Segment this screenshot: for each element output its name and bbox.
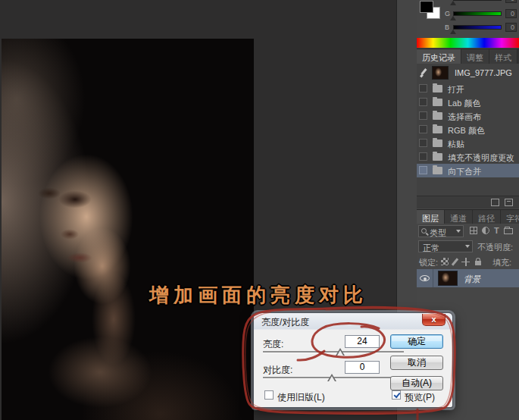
photoshop-window: 增加画面的亮度对比 0 G 0 B 0 <box>0 0 519 420</box>
layer-filter-dropdown[interactable]: 类型 <box>418 225 464 237</box>
contrast-label: 对比度: <box>263 364 292 377</box>
blue-slider[interactable] <box>453 25 502 30</box>
history-step-row[interactable]: 向下合并 <box>417 164 519 177</box>
history-source-well[interactable] <box>419 125 427 133</box>
cancel-button[interactable]: 取消 <box>390 356 443 370</box>
history-step-icon <box>433 153 442 161</box>
contrast-slider-thumb[interactable] <box>327 374 336 381</box>
green-label: G <box>445 10 450 17</box>
history-step-label: 向下合并 <box>448 166 481 177</box>
brightness-slider[interactable] <box>263 351 404 353</box>
foreground-color-swatch[interactable] <box>420 1 433 13</box>
lock-position-icon[interactable] <box>461 258 470 266</box>
ok-button[interactable]: 确定 <box>390 334 443 349</box>
brightness-slider-thumb[interactable] <box>336 348 345 356</box>
history-step-label: RGB 颜色 <box>448 125 485 136</box>
history-step-icon <box>433 126 442 133</box>
lock-row: 锁定: 填充: <box>417 255 519 268</box>
history-list: 打开 Lab 颜色 选择画布 <box>417 82 519 177</box>
contrast-input[interactable]: 0 <box>345 361 380 374</box>
history-source-well[interactable] <box>419 166 427 174</box>
background-layer-row[interactable]: 背景 <box>417 269 519 287</box>
history-step-row[interactable]: 打开 <box>417 82 519 96</box>
lock-pixels-icon[interactable] <box>452 258 458 265</box>
preview-label: 预览(P) <box>405 391 435 404</box>
history-step-row[interactable]: Lab 颜色 <box>417 96 519 109</box>
use-legacy-checkbox[interactable] <box>264 390 274 400</box>
history-step-row[interactable]: RGB 颜色 <box>417 123 519 136</box>
blend-mode-dropdown[interactable]: 正常 <box>418 240 473 252</box>
history-tabbar: 历史记录 调整 样式 <box>417 49 519 64</box>
brightness-contrast-dialog: 亮度/对比度 x 亮度: 24 对比度: 0 使用旧版(L) 确定 取消 自动(… <box>253 312 453 408</box>
red-slider[interactable] <box>453 0 502 1</box>
history-source-well[interactable] <box>419 152 427 161</box>
history-step-icon <box>433 167 442 174</box>
history-step-row[interactable]: 选择画布 <box>417 109 519 123</box>
green-slider-thumb[interactable] <box>450 16 456 20</box>
history-source-well[interactable] <box>419 98 427 106</box>
document-photo <box>2 39 254 420</box>
snapshot-name: IMG_9777.JPG <box>455 68 512 77</box>
history-brush-icon[interactable] <box>420 68 428 77</box>
blue-slider-row: B 0 <box>417 23 519 33</box>
blend-mode-row: 正常 不透明度: <box>417 239 519 254</box>
history-step-row[interactable]: 填充不透明度更改 <box>417 150 519 164</box>
lock-label: 锁定: <box>419 257 438 268</box>
history-step-icon <box>433 99 442 106</box>
layers-panel-tab[interactable]: 字符 <box>501 210 519 224</box>
history-step-icon <box>433 139 442 147</box>
history-source-well[interactable] <box>419 111 427 120</box>
layer-thumbnail[interactable] <box>438 271 458 286</box>
history-source-well[interactable] <box>419 139 427 147</box>
layer-filter-row: 类型 T <box>417 224 519 239</box>
history-panel-tab[interactable]: 样式 <box>489 49 517 64</box>
blue-slider-thumb[interactable] <box>450 30 456 34</box>
filter-pixel-layers-icon[interactable] <box>470 227 477 234</box>
red-value[interactable]: 0 <box>505 0 517 3</box>
layer-visibility-cell[interactable] <box>417 269 433 287</box>
auto-button[interactable]: 自动(A) <box>390 376 443 390</box>
color-spectrum-ramp[interactable] <box>417 38 519 48</box>
blue-value[interactable]: 0 <box>505 23 517 32</box>
layers-tabbar: 图层 通道 路径 字符 <box>417 209 519 224</box>
history-panel: IMG_9777.JPG 打开 Lab 颜色 <box>417 64 519 196</box>
history-panel-tab[interactable]: 调整 <box>461 49 489 64</box>
layer-filter-label: 类型 <box>430 227 446 239</box>
eye-icon[interactable] <box>420 275 430 281</box>
chevron-down-icon <box>456 230 461 233</box>
contrast-slider[interactable] <box>263 377 404 378</box>
history-step-icon <box>433 112 442 120</box>
filter-shape-layers-icon[interactable] <box>504 228 513 234</box>
filter-type-layers-icon[interactable]: T <box>494 226 499 235</box>
color-panel: 0 G 0 B 0 <box>417 0 519 49</box>
use-legacy-label: 使用旧版(L) <box>277 391 325 404</box>
red-slider-thumb[interactable] <box>450 1 456 5</box>
history-step-icon <box>433 85 442 92</box>
lock-transparency-icon[interactable] <box>441 258 449 265</box>
history-step-label: 粘贴 <box>448 139 464 150</box>
lock-all-icon[interactable] <box>475 261 481 265</box>
history-source-well[interactable] <box>419 84 427 92</box>
new-document-from-state-icon[interactable] <box>505 199 513 206</box>
history-step-row[interactable]: 粘贴 <box>417 136 519 150</box>
blue-label: B <box>445 24 449 31</box>
history-step-label: 打开 <box>448 84 464 96</box>
preview-checkbox[interactable] <box>392 390 401 400</box>
green-value[interactable]: 0 <box>505 9 517 18</box>
snapshot-thumbnail <box>432 66 449 80</box>
history-snapshot-row[interactable]: IMG_9777.JPG <box>417 65 519 81</box>
brightness-input[interactable]: 24 <box>345 335 380 348</box>
layers-panel-tab[interactable]: 通道 <box>445 210 473 224</box>
green-slider[interactable] <box>453 11 502 16</box>
lock-icons <box>441 257 481 266</box>
layer-filter-icons: T <box>470 226 517 235</box>
close-icon[interactable]: x <box>422 314 446 326</box>
history-step-label: 选择画布 <box>448 111 481 123</box>
layers-panel-tab[interactable]: 路径 <box>473 210 501 224</box>
filter-search-icon <box>421 228 427 234</box>
history-panel-tab[interactable]: 历史记录 <box>417 49 461 64</box>
filter-adjustment-layers-icon[interactable] <box>482 227 489 234</box>
layer-name: 背景 <box>464 274 480 285</box>
new-snapshot-icon[interactable] <box>491 199 499 206</box>
layers-panel-tab[interactable]: 图层 <box>417 210 445 224</box>
